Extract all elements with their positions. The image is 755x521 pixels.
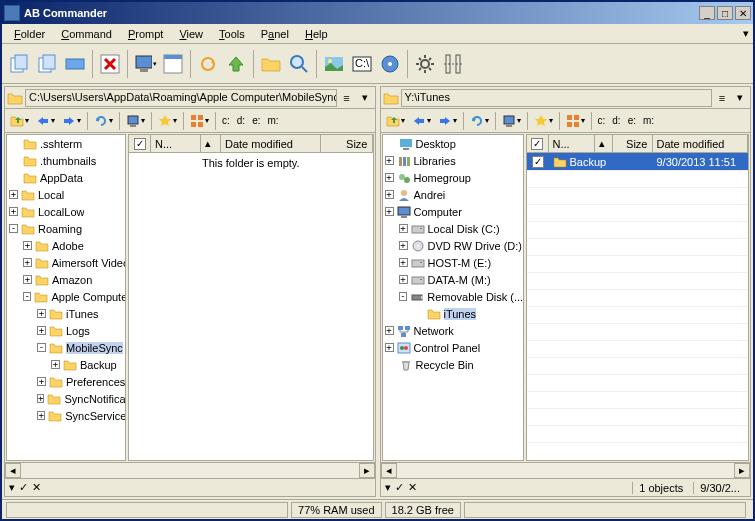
right-list[interactable]: ✓ N... ▴ Size Date modified ✓Backup9/30/… bbox=[526, 134, 750, 461]
minimize-button[interactable]: _ bbox=[699, 6, 715, 20]
tree-item[interactable]: +Preferences bbox=[7, 373, 125, 390]
select-all-checkbox[interactable]: ✓ bbox=[134, 138, 146, 150]
tree-item[interactable]: +DATA-M (M:) bbox=[383, 271, 523, 288]
tree-item[interactable]: +Libraries bbox=[383, 152, 523, 169]
menu-command[interactable]: Command bbox=[53, 26, 120, 42]
col-date[interactable]: Date modified bbox=[653, 135, 749, 152]
dropdown-icon[interactable]: ▾ bbox=[732, 90, 748, 106]
tree-item[interactable]: +iTunes bbox=[7, 305, 125, 322]
filter-dropdown-icon[interactable]: ▾ bbox=[385, 481, 391, 494]
tree-item[interactable]: .thumbnails bbox=[7, 152, 125, 169]
col-name[interactable]: N... bbox=[549, 135, 595, 152]
select-all-checkbox[interactable]: ✓ bbox=[531, 138, 543, 150]
menu-tools[interactable]: Tools bbox=[211, 26, 253, 42]
tree-item[interactable]: +Amazon bbox=[7, 271, 125, 288]
open-folder-button[interactable] bbox=[258, 48, 284, 80]
tree-item[interactable]: Desktop bbox=[383, 135, 523, 152]
tree-item[interactable]: -MobileSync bbox=[7, 339, 125, 356]
search-button[interactable] bbox=[286, 48, 312, 80]
copy-button[interactable] bbox=[6, 48, 32, 80]
tree-item[interactable]: Recycle Bin bbox=[383, 356, 523, 373]
drive-m[interactable]: m: bbox=[264, 115, 281, 126]
disk-button[interactable] bbox=[377, 48, 403, 80]
col-sort[interactable]: ▴ bbox=[201, 135, 221, 152]
tree-item[interactable]: +Backup bbox=[7, 356, 125, 373]
left-scrollbar[interactable]: ◂ ▸ bbox=[5, 462, 375, 478]
list-icon[interactable]: ≡ bbox=[714, 90, 730, 106]
tree-item[interactable]: +Adobe bbox=[7, 237, 125, 254]
col-size[interactable]: Size bbox=[613, 135, 653, 152]
menu-prompt[interactable]: Prompt bbox=[120, 26, 171, 42]
tree-item[interactable]: AppData bbox=[7, 169, 125, 186]
delete-button[interactable] bbox=[97, 48, 123, 80]
nav-forward-button[interactable]: ▾ bbox=[59, 111, 84, 131]
tree-item[interactable]: +Homegroup bbox=[383, 169, 523, 186]
nav-up-button[interactable]: ▾ bbox=[383, 111, 408, 131]
dropdown-icon[interactable]: ▾ bbox=[357, 90, 373, 106]
col-date[interactable]: Date modified bbox=[221, 135, 321, 152]
nav-up-button[interactable]: ▾ bbox=[7, 111, 32, 131]
tree-item[interactable]: -Apple Computer bbox=[7, 288, 125, 305]
tree-item[interactable]: +SyncServices bbox=[7, 407, 125, 424]
menu-folder[interactable]: Folder bbox=[6, 26, 53, 42]
left-list[interactable]: ✓ N... ▴ Date modified Size This folder … bbox=[128, 134, 374, 461]
col-sort[interactable]: ▴ bbox=[595, 135, 613, 152]
tree-item[interactable]: +SyncNotifications bbox=[7, 390, 125, 407]
filter-dropdown-icon[interactable]: ▾ bbox=[9, 481, 15, 494]
settings-button[interactable] bbox=[412, 48, 438, 80]
nav-view-button[interactable]: ▾ bbox=[187, 111, 212, 131]
scroll-right-icon[interactable]: ▸ bbox=[359, 463, 375, 478]
menu-panel[interactable]: Panel bbox=[253, 26, 297, 42]
nav-refresh-button[interactable]: ▾ bbox=[467, 111, 492, 131]
nav-favorites-button[interactable]: ▾ bbox=[531, 111, 556, 131]
drive-c[interactable]: c: bbox=[219, 115, 233, 126]
terminal-button[interactable]: C:\ bbox=[349, 48, 375, 80]
tree-item[interactable]: +DVD RW Drive (D:) bbox=[383, 237, 523, 254]
tree-item[interactable]: .sshterm bbox=[7, 135, 125, 152]
col-size[interactable]: Size bbox=[321, 135, 373, 152]
tree-item[interactable]: iTunes bbox=[383, 305, 523, 322]
menu-dropdown-icon[interactable]: ▾ bbox=[743, 27, 749, 40]
drive-e[interactable]: e: bbox=[625, 115, 639, 126]
tree-item[interactable]: -Removable Disk (...) bbox=[383, 288, 523, 305]
tree-item[interactable]: +Local bbox=[7, 186, 125, 203]
x-icon[interactable]: ✕ bbox=[408, 481, 417, 494]
check-icon[interactable]: ✓ bbox=[395, 481, 404, 494]
nav-view-button[interactable]: ▾ bbox=[563, 111, 588, 131]
drive-m[interactable]: m: bbox=[640, 115, 657, 126]
layout-button[interactable] bbox=[440, 48, 466, 80]
drive-d[interactable]: d: bbox=[609, 115, 623, 126]
up-button[interactable] bbox=[223, 48, 249, 80]
close-button[interactable]: ✕ bbox=[735, 6, 751, 20]
left-tree[interactable]: .sshterm.thumbnailsAppData+Local+LocalLo… bbox=[6, 134, 126, 461]
scroll-left-icon[interactable]: ◂ bbox=[5, 463, 21, 478]
tree-item[interactable]: +LocalLow bbox=[7, 203, 125, 220]
right-tree[interactable]: Desktop+Libraries+Homegroup+Andrei+Compu… bbox=[382, 134, 524, 461]
drive-d[interactable]: d: bbox=[234, 115, 248, 126]
nav-refresh-button[interactable]: ▾ bbox=[91, 111, 116, 131]
window-button[interactable] bbox=[160, 48, 186, 80]
menu-view[interactable]: View bbox=[171, 26, 211, 42]
x-icon[interactable]: ✕ bbox=[32, 481, 41, 494]
tree-item[interactable]: +Local Disk (C:) bbox=[383, 220, 523, 237]
nav-favorites-button[interactable]: ▾ bbox=[155, 111, 180, 131]
right-path-input[interactable]: Y:\iTunes bbox=[401, 89, 713, 107]
image-button[interactable] bbox=[321, 48, 347, 80]
list-row[interactable]: ✓Backup9/30/2013 11:51 bbox=[527, 153, 749, 170]
tree-item[interactable]: +Network bbox=[383, 322, 523, 339]
list-icon[interactable]: ≡ bbox=[339, 90, 355, 106]
rename-button[interactable] bbox=[62, 48, 88, 80]
copy2-button[interactable] bbox=[34, 48, 60, 80]
nav-forward-button[interactable]: ▾ bbox=[435, 111, 460, 131]
scroll-left-icon[interactable]: ◂ bbox=[381, 463, 397, 478]
tree-item[interactable]: +Andrei bbox=[383, 186, 523, 203]
nav-back-button[interactable]: ▾ bbox=[33, 111, 58, 131]
scroll-right-icon[interactable]: ▸ bbox=[734, 463, 750, 478]
tree-item[interactable]: +Control Panel bbox=[383, 339, 523, 356]
col-name[interactable]: N... bbox=[151, 135, 201, 152]
tree-item[interactable]: -Roaming bbox=[7, 220, 125, 237]
tree-item[interactable]: +Computer bbox=[383, 203, 523, 220]
menu-help[interactable]: Help bbox=[297, 26, 336, 42]
right-scrollbar[interactable]: ◂ ▸ bbox=[381, 462, 751, 478]
left-path-input[interactable]: C:\Users\Users\AppData\Roaming\Apple Com… bbox=[25, 89, 337, 107]
